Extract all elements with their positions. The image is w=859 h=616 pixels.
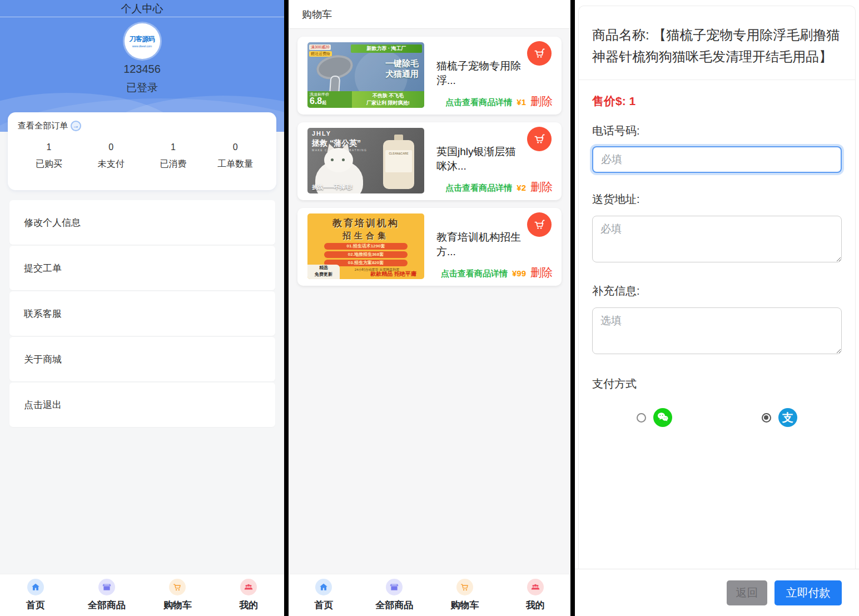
alipay-radio[interactable] <box>762 413 771 423</box>
panel-divider <box>284 0 289 616</box>
back-button[interactable]: 返回 <box>727 580 767 605</box>
nav-item-home[interactable]: 首页 <box>0 574 71 616</box>
image-badge: 满300减20 <box>309 44 331 50</box>
view-all-orders-label: 查看全部订单 <box>18 121 68 131</box>
personal-center-panel: 个人中心 刀客源码 www.dkewl.com 123456 已登录 查看全部订… <box>0 0 284 616</box>
extra-info-label: 补充信息: <box>592 284 842 299</box>
cart-item-title: 英国jhly银渐层猫咪沐... <box>436 145 523 173</box>
nav-item-home[interactable]: 首页 <box>289 574 359 616</box>
view-detail-link[interactable]: 点击查看商品详情 <box>445 183 512 193</box>
stat-value: 1 <box>18 142 80 152</box>
image-list-bar: 02.地推招生368套 <box>324 251 408 258</box>
arrow-right-icon[interactable]: → <box>71 121 81 131</box>
image-ribbon: 精选 免费更新 <box>307 265 340 279</box>
image-footer-strip: 洗澡刷半价 6.8起 不伤肤 不飞毛 厂家让利 限时疯抢! <box>307 91 424 108</box>
store-icon <box>386 579 403 595</box>
avatar-logo-url: www.dkewl.com <box>132 44 152 48</box>
bottle-label: CLEAN&CARE <box>385 150 412 172</box>
phone-input[interactable] <box>592 146 842 173</box>
view-detail-link[interactable]: 点击查看商品详情 <box>441 269 508 279</box>
delete-button[interactable]: 删除 <box>530 94 553 109</box>
cart-panel: 购物车 新款力荐 · 淘工厂 满300减20 赠送运费险 一键除毛 犬猫通用 洗… <box>289 0 570 616</box>
address-label: 送货地址: <box>592 192 842 207</box>
stat-purchased: 1 已购买 <box>18 142 80 170</box>
avatar[interactable]: 刀客源码 www.dkewl.com <box>125 23 160 59</box>
delete-button[interactable]: 删除 <box>530 265 553 280</box>
stat-tickets: 0 工单数量 <box>204 142 266 170</box>
store-icon <box>98 579 115 595</box>
product-image-pet-brush: 新款力荐 · 淘工厂 满300减20 赠送运费险 一键除毛 犬猫通用 洗澡刷半价… <box>307 42 424 108</box>
product-name: 商品名称: 【猫梳子宠物专用除浮毛刷撸猫神器针梳狗狗猫咪毛发清理开结毛用品】 <box>592 24 842 67</box>
payment-option-wechat[interactable] <box>592 408 717 427</box>
image-list-bar: 01.招生话术1290套 <box>324 243 408 250</box>
nav-item-all-products[interactable]: 全部商品 <box>359 574 430 616</box>
image-title: 招生合集 <box>307 231 424 241</box>
image-title: 教育培训机构 <box>307 217 424 230</box>
cat-graphic <box>342 158 345 161</box>
cart-item[interactable]: JHLY 拯救 “蒲公英” MAKE CATS LOVE BATHING CLE… <box>297 122 562 200</box>
stat-unpaid: 0 未支付 <box>80 142 142 170</box>
cart-item-actions: 点击查看商品详情 ¥99 删除 <box>441 265 553 280</box>
stat-label: 已消费 <box>142 158 205 170</box>
page-title: 个人中心 <box>0 0 284 17</box>
nav-item-all-products[interactable]: 全部商品 <box>71 574 142 616</box>
address-input[interactable] <box>592 216 842 262</box>
stat-label: 未支付 <box>80 158 142 170</box>
menu-item-submit-ticket[interactable]: 提交工单 <box>9 246 275 290</box>
stat-label: 已购买 <box>18 158 80 170</box>
item-price: ¥2 <box>517 183 526 192</box>
stat-value: 0 <box>204 142 266 152</box>
username: 123456 <box>0 63 284 76</box>
cart-badge-icon[interactable] <box>527 41 552 66</box>
nav-item-mine[interactable]: 我的 <box>213 574 284 616</box>
delete-button[interactable]: 删除 <box>530 180 553 195</box>
nav-label: 首页 <box>314 599 333 612</box>
cart-item-actions: 点击查看商品详情 ¥1 删除 <box>445 94 553 109</box>
price-line: 售价$: 1 <box>592 93 842 109</box>
nav-label: 我的 <box>239 599 258 612</box>
cart-page-title: 购物车 <box>289 0 570 29</box>
nav-label: 购物车 <box>450 599 479 612</box>
wechat-radio[interactable] <box>637 413 646 423</box>
cat-graphic <box>331 158 334 161</box>
view-all-orders[interactable]: 查看全部订单 → <box>18 121 266 131</box>
nav-item-cart[interactable]: 购物车 <box>142 574 213 616</box>
payment-method-label: 支付方式 <box>592 376 842 391</box>
menu-item-logout[interactable]: 点击退出 <box>9 382 275 427</box>
payment-options: 支 <box>592 408 842 427</box>
cart-item-title: 猫梳子宠物专用除浮... <box>436 59 523 88</box>
menu-item-edit-profile[interactable]: 修改个人信息 <box>9 200 275 245</box>
cart-item-actions: 点击查看商品详情 ¥2 删除 <box>445 180 553 195</box>
order-footer: 返回 立即付款 <box>575 569 859 616</box>
nav-label: 全部商品 <box>375 599 413 612</box>
cart-item[interactable]: 教育培训机构 招生合集 01.招生话术1290套 02.地推招生368套 03.… <box>297 208 562 286</box>
cart-icon <box>456 579 473 595</box>
menu-item-about-mall[interactable]: 关于商城 <box>9 337 275 381</box>
stat-value: 0 <box>80 142 142 152</box>
nav-label: 购物车 <box>163 599 192 612</box>
pay-now-button[interactable]: 立即付款 <box>774 580 842 605</box>
cart-item[interactable]: 新款力荐 · 淘工厂 满300减20 赠送运费险 一键除毛 犬猫通用 洗澡刷半价… <box>297 37 562 115</box>
order-panel: 商品名称: 【猫梳子宠物专用除浮毛刷撸猫神器针梳狗狗猫咪毛发清理开结毛用品】 售… <box>575 0 859 616</box>
image-footer-text: 挑战——不掉毛! <box>312 183 352 191</box>
bottom-nav: 首页 全部商品 购物车 我的 <box>0 574 284 616</box>
menu-item-contact-support[interactable]: 联系客服 <box>9 291 275 336</box>
stat-consumed: 1 已消费 <box>142 142 205 170</box>
view-detail-link[interactable]: 点击查看商品详情 <box>445 97 512 108</box>
stat-label: 工单数量 <box>204 158 266 170</box>
cart-badge-icon[interactable] <box>527 127 552 151</box>
wechat-icon[interactable] <box>653 408 672 427</box>
nav-label: 全部商品 <box>88 599 126 612</box>
image-slogan: 款款精品 拒绝平庸 <box>370 270 416 278</box>
alipay-icon[interactable]: 支 <box>778 408 797 427</box>
panel-divider <box>570 0 575 616</box>
people-icon <box>527 579 544 595</box>
nav-item-mine[interactable]: 我的 <box>500 574 570 616</box>
divider <box>579 80 855 80</box>
extra-info-input[interactable] <box>592 307 842 354</box>
stats-row: 1 已购买 0 未支付 1 已消费 0 工单数量 <box>18 142 266 170</box>
payment-option-alipay[interactable]: 支 <box>717 408 842 427</box>
home-icon <box>27 579 44 595</box>
nav-item-cart[interactable]: 购物车 <box>430 574 500 616</box>
cart-badge-icon[interactable] <box>527 212 552 237</box>
